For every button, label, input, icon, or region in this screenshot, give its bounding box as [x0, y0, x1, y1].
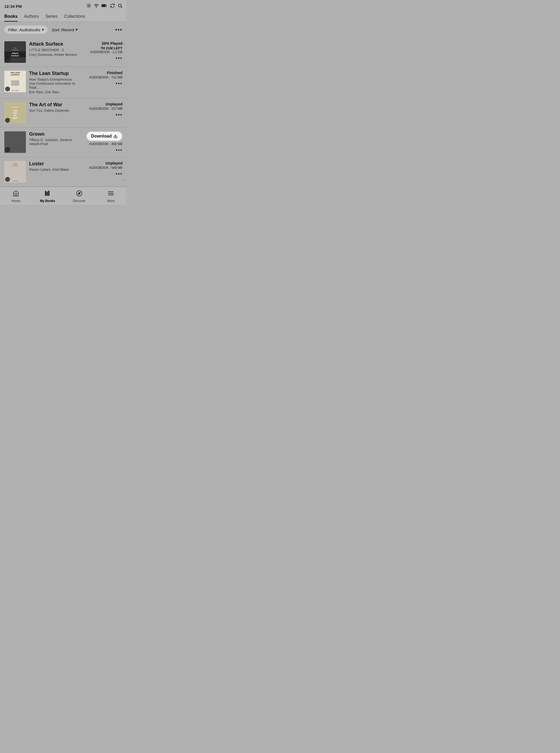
lean-cover-top: THE LEANSTARTUP	[10, 71, 20, 76]
download-icon	[113, 134, 118, 138]
nav-more[interactable]: More	[95, 189, 127, 204]
svg-line-13	[121, 6, 122, 7]
search-icon[interactable]	[118, 3, 122, 9]
book-item-art-of-war: SUN TZU THEARTOFWAR 🎧 The Art of War Sun…	[0, 98, 127, 127]
discover-icon	[76, 190, 83, 198]
book-title[interactable]: The Art of War	[29, 102, 79, 108]
headphone-badge-icon: 🎧	[5, 147, 10, 152]
tab-books[interactable]: Books	[4, 11, 18, 22]
book-format: AUDIOBOOK · 157 MB	[82, 107, 122, 110]
nav-discover[interactable]: Discover	[63, 189, 95, 204]
nav-home-label: Home	[12, 199, 20, 203]
mybooks-icon	[44, 190, 51, 198]
book-cover-grown[interactable]: 🎧	[4, 131, 26, 153]
svg-rect-11	[102, 5, 105, 6]
nav-more-label: More	[107, 199, 115, 203]
brightness-icon	[86, 3, 91, 9]
wifi-icon	[94, 3, 99, 9]
svg-rect-15	[45, 191, 46, 196]
book-options-button[interactable]: •••	[82, 112, 122, 118]
book-title[interactable]: Grown	[29, 131, 79, 137]
lean-cover-bottom: ERIC RIES	[11, 90, 19, 92]
sync-icon	[110, 3, 115, 9]
status-bar: 12:34 PM	[0, 0, 127, 11]
book-options-button[interactable]: •••	[82, 147, 122, 153]
book-title[interactable]: Luster	[29, 161, 79, 167]
book-meta-luster: Unplayed AUDIOBOOK · 548 MB •••	[82, 161, 122, 177]
book-item-lean-startup: THE LEANSTARTUP ERIC RIES 🎧 The Lean Sta…	[0, 67, 127, 98]
tab-authors[interactable]: Authors	[24, 11, 39, 22]
headphone-badge-icon: 🎧	[5, 57, 10, 62]
book-info-grown: Grown Tiffany D. Jackson, Joniece Abbott…	[29, 131, 79, 146]
bottom-nav: Home My Books Discover Mor	[0, 187, 127, 205]
more-icon	[108, 190, 114, 198]
download-button[interactable]: Download	[86, 131, 122, 141]
cover-title-text: AttackSurface	[4, 52, 26, 58]
nav-mybooks-label: My Books	[40, 199, 55, 203]
book-author: Tiffany D. Jackson, Joniece Abbott-Pratt	[29, 138, 79, 146]
book-status: Unplayed	[82, 161, 122, 165]
book-title[interactable]: Attack Surface	[29, 41, 79, 47]
status-time: 12:34 PM	[4, 4, 22, 8]
headphone-badge-icon: 🎧	[5, 177, 10, 182]
book-status: 20% Played	[82, 41, 122, 45]
nav-discover-label: Discover	[73, 199, 85, 203]
headphone-badge-icon: 🎧	[5, 86, 10, 91]
book-meta-grown: Download AUDIOBOOK · 458 MB •••	[82, 131, 122, 153]
book-options-button[interactable]: •••	[82, 56, 122, 61]
book-subtitle: LITTLE BROTHER · 3	[29, 48, 79, 52]
filter-label: Filter: Audiobooks	[8, 27, 40, 32]
lean-cover-mid	[11, 76, 19, 90]
filter-button[interactable]: Filter: Audiobooks ▾	[4, 26, 47, 34]
book-status: Unplayed	[82, 102, 122, 106]
svg-line-6	[90, 7, 91, 7]
book-format: AUDIOBOOK · 458 MB	[82, 142, 122, 146]
book-list: corydoctorow AttackSurface 🎧 Attack Surf…	[0, 38, 127, 187]
filter-row: Filter: Audiobooks ▾ Sort: Recent ▾ •••	[0, 22, 127, 38]
book-time-left: 7H 21M LEFT	[82, 46, 122, 50]
book-format: AUDIOBOOK · 548 MB	[82, 166, 122, 170]
book-item-grown: 🎧 Grown Tiffany D. Jackson, Joniece Abbo…	[0, 127, 127, 157]
book-author: Sun Tzu, Gabra Zackman	[29, 108, 79, 113]
book-info-attack-surface: Attack Surface LITTLE BROTHER · 3 Cory D…	[29, 41, 79, 57]
cover-author-text: corydoctorow	[11, 47, 19, 52]
book-cover-luster[interactable]: Lustera novel n Leilani 🎧	[4, 161, 26, 183]
svg-line-5	[87, 4, 88, 5]
home-icon	[13, 190, 19, 198]
svg-point-9	[96, 7, 97, 7]
book-cover-art-of-war[interactable]: SUN TZU THEARTOFWAR 🎧	[4, 102, 26, 123]
luster-cover-author: n Leilani	[12, 180, 18, 183]
nav-home[interactable]: Home	[0, 189, 32, 204]
book-author: Eric Ries, Eric Ries	[29, 90, 79, 94]
sort-chevron-icon: ▾	[75, 27, 77, 32]
book-info-luster: Luster Raven Leilani, Ariel Blake	[29, 161, 79, 172]
tab-collections[interactable]: Collections	[64, 11, 85, 22]
status-icons	[86, 3, 122, 9]
book-item-luster: Lustera novel n Leilani 🎧 Luster Raven L…	[0, 157, 127, 187]
headphone-badge-icon: 🎧	[5, 118, 10, 123]
svg-rect-17	[48, 191, 49, 196]
more-options-button[interactable]: •••	[115, 27, 122, 33]
scroll-down-arrow[interactable]: ﹀	[121, 178, 126, 183]
book-status: Finished	[82, 71, 122, 75]
tab-series[interactable]: Series	[45, 11, 57, 22]
book-options-button[interactable]: •••	[82, 171, 122, 177]
battery-icon	[101, 4, 107, 8]
book-subtitle: How Today's Entrepreneurs Use Continuous…	[29, 77, 79, 89]
sort-label: Sort: Recent	[52, 27, 74, 32]
svg-line-8	[90, 4, 91, 5]
book-options-button[interactable]: •••	[82, 81, 122, 86]
book-cover-attack-surface[interactable]: corydoctorow AttackSurface 🎧	[4, 41, 26, 63]
book-info-art-of-war: The Art of War Sun Tzu, Gabra Zackman	[29, 102, 79, 113]
book-format: AUDIOBOOK · 712 MB	[82, 76, 122, 79]
scroll-up-arrow[interactable]: ︿	[121, 41, 126, 46]
book-format: AUDIOBOOK · 1.2 GB	[82, 50, 122, 54]
book-item-attack-surface: corydoctorow AttackSurface 🎧 Attack Surf…	[0, 38, 127, 67]
book-cover-lean-startup[interactable]: THE LEANSTARTUP ERIC RIES 🎧	[4, 71, 26, 92]
nav-mybooks[interactable]: My Books	[32, 189, 64, 204]
book-title[interactable]: The Lean Startup	[29, 71, 79, 77]
art-cover-author: SUN TZU	[11, 106, 19, 109]
sort-button[interactable]: Sort: Recent ▾	[52, 27, 77, 32]
luster-cover-title: Lustera novel	[12, 162, 18, 167]
svg-line-7	[87, 7, 88, 7]
